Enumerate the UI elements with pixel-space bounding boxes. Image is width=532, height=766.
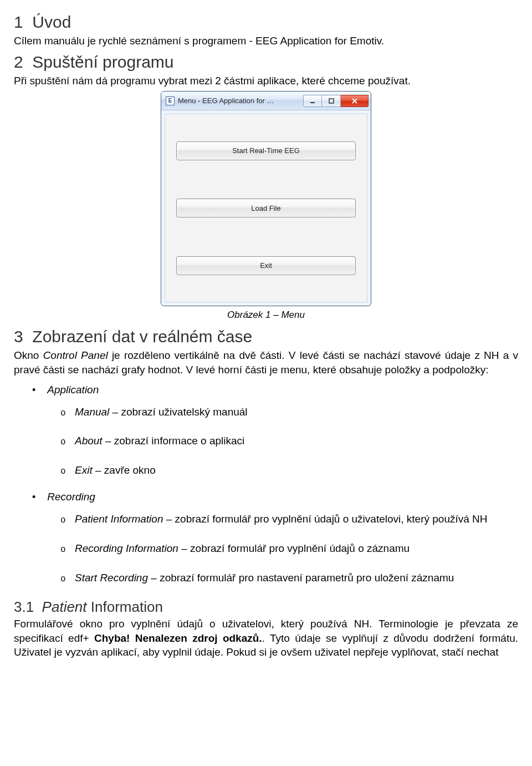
- sec2-num: 2: [14, 53, 23, 71]
- load-file-button[interactable]: Load File: [176, 199, 356, 217]
- list-item-exit: Exit – zavře okno: [75, 462, 518, 479]
- figure-1-caption: Obrázek 1 – Menu: [14, 310, 518, 321]
- svg-rect-1: [329, 99, 334, 103]
- sec2-title: Spuštění programu: [32, 53, 173, 71]
- list-item-about: About – zobrazí informace o aplikaci: [75, 433, 518, 450]
- section-1-heading: 1 Úvod: [14, 13, 518, 32]
- section-2-heading: 2 Spuštění programu: [14, 53, 518, 72]
- start-realtime-eeg-button[interactable]: Start Real-Time EEG: [176, 141, 356, 160]
- figure-1: E Menu - EEG Application for …: [14, 91, 518, 306]
- error-ref-text: Chyba! Nenalezen zdroj odkazů.: [94, 632, 262, 644]
- list-item-start-recording: Start Recording – zobrazí formulář pro n…: [75, 570, 518, 587]
- menu-structure-list: Application Manual – zobrazí uživatelský…: [14, 384, 518, 587]
- app-icon: E: [166, 97, 175, 105]
- window-buttons: [303, 95, 369, 107]
- sec3-title: Zobrazení dat v reálném čase: [32, 327, 252, 346]
- list-item-manual: Manual – zobrazí uživatelský manuál: [75, 404, 518, 421]
- list-item-patient-info: Patient Information – zobrazí formulář p…: [75, 511, 518, 528]
- minimize-icon: [310, 98, 315, 104]
- section-3-1-heading: 3.1 Patient Information: [14, 598, 518, 616]
- minimize-button[interactable]: [303, 95, 322, 107]
- sec1-paragraph: Cílem manuálu je rychlé seznámení s prog…: [14, 34, 518, 48]
- sec1-num: 1: [14, 13, 23, 31]
- list-item-application: Application Manual – zobrazí uživatelský…: [44, 384, 518, 479]
- control-panel-term: Control Panel: [43, 349, 108, 361]
- sec31-title-rest: Information: [87, 598, 163, 615]
- sec2-paragraph: Při spuštění nám dá programu vybrat mezi…: [14, 74, 518, 88]
- list-item-recording: Recording Patient Information – zobrazí …: [44, 491, 518, 586]
- sec3-paragraph: Okno Control Panel je rozděleno vertikál…: [14, 348, 518, 377]
- sec3-num: 3: [14, 327, 23, 346]
- sec31-num: 3.1: [14, 598, 34, 615]
- maximize-icon: [329, 98, 334, 104]
- dialog-client-area: Start Real-Time EEG Load File Exit: [165, 114, 367, 302]
- close-button[interactable]: [341, 95, 369, 107]
- dialog-window: E Menu - EEG Application for …: [161, 91, 371, 306]
- maximize-button[interactable]: [322, 95, 341, 107]
- exit-button[interactable]: Exit: [176, 256, 356, 275]
- sec31-paragraph: Formulářové okno pro vyplnění údajů o už…: [14, 617, 518, 660]
- section-3-heading: 3 Zobrazení dat v reálném čase: [14, 327, 518, 346]
- sec31-title-italic: Patient: [42, 598, 87, 615]
- list-item-recording-info: Recording Information – zobrazí formulář…: [75, 540, 518, 557]
- dialog-titlebar: E Menu - EEG Application for …: [161, 92, 371, 110]
- dialog-title: Menu - EEG Application for …: [178, 97, 300, 105]
- sec1-title: Úvod: [32, 13, 71, 31]
- close-icon: [351, 98, 358, 104]
- svg-rect-0: [310, 102, 315, 103]
